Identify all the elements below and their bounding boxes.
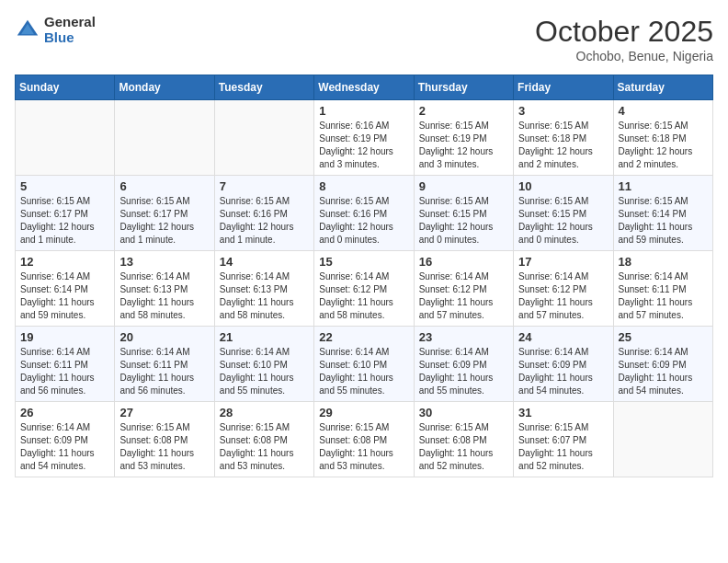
calendar-cell: 13Sunrise: 6:14 AM Sunset: 6:13 PM Dayli… xyxy=(115,251,214,327)
day-number: 11 xyxy=(619,179,708,193)
day-info: Sunrise: 6:14 AM Sunset: 6:12 PM Dayligh… xyxy=(419,270,508,322)
day-number: 30 xyxy=(419,406,508,419)
day-info: Sunrise: 6:15 AM Sunset: 6:15 PM Dayligh… xyxy=(419,195,508,247)
day-number: 14 xyxy=(220,255,309,269)
day-header-monday: Monday xyxy=(115,75,214,100)
day-number: 31 xyxy=(518,406,608,419)
day-number: 17 xyxy=(518,255,608,269)
calendar-cell: 10Sunrise: 6:15 AM Sunset: 6:15 PM Dayli… xyxy=(514,176,613,251)
day-info: Sunrise: 6:14 AM Sunset: 6:10 PM Dayligh… xyxy=(220,346,309,397)
day-header-tuesday: Tuesday xyxy=(214,75,313,100)
day-info: Sunrise: 6:14 AM Sunset: 6:13 PM Dayligh… xyxy=(119,270,209,322)
calendar-cell: 31Sunrise: 6:15 AM Sunset: 6:07 PM Dayli… xyxy=(514,402,613,477)
day-number: 13 xyxy=(119,255,209,269)
calendar-cell: 19Sunrise: 6:14 AM Sunset: 6:11 PM Dayli… xyxy=(16,327,115,402)
logo-text: General Blue xyxy=(44,15,96,45)
day-number: 27 xyxy=(119,406,209,419)
calendar-header-row: SundayMondayTuesdayWednesdayThursdayFrid… xyxy=(16,75,713,100)
day-info: Sunrise: 6:14 AM Sunset: 6:10 PM Dayligh… xyxy=(319,346,408,397)
day-number: 15 xyxy=(319,255,408,269)
calendar-cell: 23Sunrise: 6:14 AM Sunset: 6:09 PM Dayli… xyxy=(414,327,513,402)
day-info: Sunrise: 6:15 AM Sunset: 6:17 PM Dayligh… xyxy=(20,195,109,247)
calendar-cell: 29Sunrise: 6:15 AM Sunset: 6:08 PM Dayli… xyxy=(314,402,414,477)
calendar-cell xyxy=(115,100,214,176)
calendar-cell: 18Sunrise: 6:14 AM Sunset: 6:11 PM Dayli… xyxy=(613,251,712,327)
calendar-cell: 1Sunrise: 6:16 AM Sunset: 6:19 PM Daylig… xyxy=(314,100,414,176)
calendar-cell: 11Sunrise: 6:15 AM Sunset: 6:14 PM Dayli… xyxy=(613,176,712,251)
day-info: Sunrise: 6:15 AM Sunset: 6:08 PM Dayligh… xyxy=(419,421,508,473)
calendar-cell: 15Sunrise: 6:14 AM Sunset: 6:12 PM Dayli… xyxy=(314,251,414,327)
calendar-cell: 4Sunrise: 6:15 AM Sunset: 6:18 PM Daylig… xyxy=(613,100,712,176)
day-number: 1 xyxy=(319,104,408,118)
day-header-wednesday: Wednesday xyxy=(314,75,414,100)
day-info: Sunrise: 6:15 AM Sunset: 6:15 PM Dayligh… xyxy=(518,195,608,247)
day-number: 19 xyxy=(20,330,109,344)
day-number: 9 xyxy=(419,179,508,193)
logo-blue: Blue xyxy=(44,30,96,46)
day-info: Sunrise: 6:15 AM Sunset: 6:18 PM Dayligh… xyxy=(619,120,708,171)
day-number: 23 xyxy=(419,330,508,344)
day-info: Sunrise: 6:15 AM Sunset: 6:08 PM Dayligh… xyxy=(119,421,209,473)
day-info: Sunrise: 6:16 AM Sunset: 6:19 PM Dayligh… xyxy=(319,120,408,171)
day-number: 12 xyxy=(20,255,109,269)
day-number: 22 xyxy=(319,330,408,344)
day-info: Sunrise: 6:14 AM Sunset: 6:13 PM Dayligh… xyxy=(220,270,309,322)
day-info: Sunrise: 6:15 AM Sunset: 6:16 PM Dayligh… xyxy=(220,195,309,247)
calendar-cell: 26Sunrise: 6:14 AM Sunset: 6:09 PM Dayli… xyxy=(16,402,115,477)
day-number: 7 xyxy=(220,179,309,193)
day-header-friday: Friday xyxy=(514,75,613,100)
logo: General Blue xyxy=(15,15,96,45)
day-number: 3 xyxy=(518,104,608,118)
day-header-sunday: Sunday xyxy=(16,75,115,100)
day-number: 10 xyxy=(518,179,608,193)
calendar-cell: 6Sunrise: 6:15 AM Sunset: 6:17 PM Daylig… xyxy=(115,176,214,251)
calendar-week-4: 19Sunrise: 6:14 AM Sunset: 6:11 PM Dayli… xyxy=(16,327,713,402)
day-info: Sunrise: 6:14 AM Sunset: 6:11 PM Dayligh… xyxy=(119,346,209,397)
day-number: 18 xyxy=(619,255,708,269)
day-number: 24 xyxy=(518,330,608,344)
day-info: Sunrise: 6:15 AM Sunset: 6:18 PM Dayligh… xyxy=(518,120,608,171)
calendar-cell xyxy=(16,100,115,176)
day-info: Sunrise: 6:14 AM Sunset: 6:09 PM Dayligh… xyxy=(619,346,708,397)
day-number: 26 xyxy=(20,406,109,419)
day-info: Sunrise: 6:14 AM Sunset: 6:14 PM Dayligh… xyxy=(20,270,109,322)
logo-general: General xyxy=(44,15,96,30)
day-number: 21 xyxy=(220,330,309,344)
calendar-cell: 24Sunrise: 6:14 AM Sunset: 6:09 PM Dayli… xyxy=(514,327,613,402)
calendar-cell: 12Sunrise: 6:14 AM Sunset: 6:14 PM Dayli… xyxy=(16,251,115,327)
calendar-cell: 8Sunrise: 6:15 AM Sunset: 6:16 PM Daylig… xyxy=(314,176,414,251)
location: Ochobo, Benue, Nigeria xyxy=(535,49,713,63)
day-info: Sunrise: 6:15 AM Sunset: 6:17 PM Dayligh… xyxy=(119,195,209,247)
day-info: Sunrise: 6:14 AM Sunset: 6:11 PM Dayligh… xyxy=(619,270,708,322)
day-header-thursday: Thursday xyxy=(414,75,513,100)
day-number: 25 xyxy=(619,330,708,344)
logo-icon xyxy=(15,17,40,43)
day-number: 29 xyxy=(319,406,408,419)
month-title: October 2025 xyxy=(535,15,713,49)
day-info: Sunrise: 6:15 AM Sunset: 6:08 PM Dayligh… xyxy=(220,421,309,473)
calendar-week-3: 12Sunrise: 6:14 AM Sunset: 6:14 PM Dayli… xyxy=(16,251,713,327)
day-number: 6 xyxy=(119,179,209,193)
calendar-cell: 20Sunrise: 6:14 AM Sunset: 6:11 PM Dayli… xyxy=(115,327,214,402)
day-number: 28 xyxy=(220,406,309,419)
calendar-cell: 2Sunrise: 6:15 AM Sunset: 6:19 PM Daylig… xyxy=(414,100,513,176)
calendar-cell: 5Sunrise: 6:15 AM Sunset: 6:17 PM Daylig… xyxy=(16,176,115,251)
day-header-saturday: Saturday xyxy=(613,75,712,100)
day-info: Sunrise: 6:14 AM Sunset: 6:09 PM Dayligh… xyxy=(20,421,109,473)
day-number: 4 xyxy=(619,104,708,118)
calendar-week-1: 1Sunrise: 6:16 AM Sunset: 6:19 PM Daylig… xyxy=(16,100,713,176)
calendar-week-5: 26Sunrise: 6:14 AM Sunset: 6:09 PM Dayli… xyxy=(16,402,713,477)
calendar-cell: 16Sunrise: 6:14 AM Sunset: 6:12 PM Dayli… xyxy=(414,251,513,327)
calendar-cell: 14Sunrise: 6:14 AM Sunset: 6:13 PM Dayli… xyxy=(214,251,313,327)
day-info: Sunrise: 6:15 AM Sunset: 6:07 PM Dayligh… xyxy=(518,421,608,473)
calendar-cell: 9Sunrise: 6:15 AM Sunset: 6:15 PM Daylig… xyxy=(414,176,513,251)
day-info: Sunrise: 6:15 AM Sunset: 6:08 PM Dayligh… xyxy=(319,421,408,473)
calendar-cell: 30Sunrise: 6:15 AM Sunset: 6:08 PM Dayli… xyxy=(414,402,513,477)
calendar-table: SundayMondayTuesdayWednesdayThursdayFrid… xyxy=(15,75,713,477)
day-info: Sunrise: 6:15 AM Sunset: 6:14 PM Dayligh… xyxy=(619,195,708,247)
calendar-cell: 17Sunrise: 6:14 AM Sunset: 6:12 PM Dayli… xyxy=(514,251,613,327)
calendar-cell: 22Sunrise: 6:14 AM Sunset: 6:10 PM Dayli… xyxy=(314,327,414,402)
day-number: 5 xyxy=(20,179,109,193)
calendar-cell xyxy=(214,100,313,176)
page-header: General Blue October 2025 Ochobo, Benue,… xyxy=(15,15,713,63)
